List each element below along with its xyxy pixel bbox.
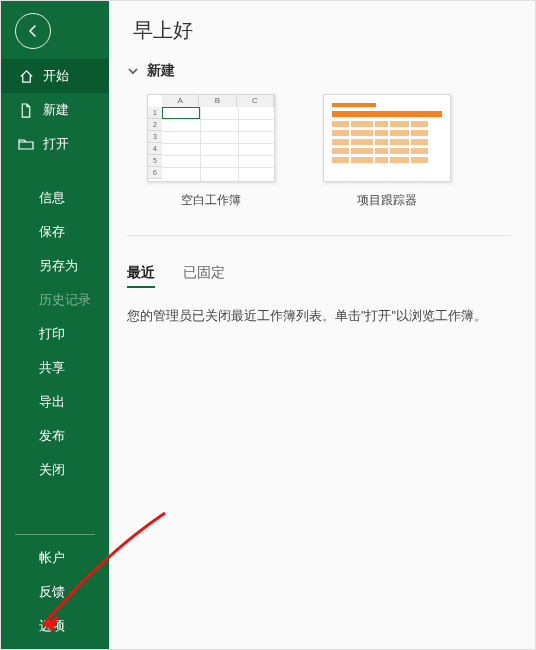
tab-pinned[interactable]: 已固定: [183, 264, 225, 288]
sidebar-item-history: 历史记录: [1, 283, 109, 317]
sidebar-item-label: 打开: [43, 135, 69, 153]
sidebar-item-print[interactable]: 打印: [1, 317, 109, 351]
sidebar-item-feedback[interactable]: 反馈: [1, 575, 109, 609]
file-icon: [17, 103, 35, 118]
sidebar-item-options[interactable]: 选项: [1, 609, 109, 643]
sidebar-item-close[interactable]: 关闭: [1, 453, 109, 487]
template-blank-workbook[interactable]: ABC 123456 空白工作簿: [147, 94, 275, 209]
sidebar-item-label: 反馈: [39, 583, 65, 601]
sidebar-item-label: 共享: [39, 359, 65, 377]
back-button[interactable]: [15, 13, 51, 49]
back-arrow-icon: [25, 23, 41, 39]
sidebar-divider: [15, 534, 95, 535]
template-label: 项目跟踪器: [357, 192, 417, 209]
recent-disabled-message: 您的管理员已关闭最近工作簿列表。单击"打开"以浏览工作簿。: [127, 308, 511, 325]
sidebar-item-export[interactable]: 导出: [1, 385, 109, 419]
sidebar-item-label: 选项: [39, 617, 65, 635]
template-thumbnail: [323, 94, 451, 182]
template-label: 空白工作簿: [181, 192, 241, 209]
templates-list: ABC 123456 空白工作簿: [127, 94, 511, 236]
sidebar-item-new[interactable]: 新建: [1, 93, 109, 127]
sidebar-item-label: 信息: [39, 189, 65, 207]
sidebar-item-label: 历史记录: [39, 291, 91, 309]
backstage-sidebar: 开始 新建 打开 信息 保存 另存为 历史记录 打印 共享 导出 发布 关闭: [1, 1, 109, 649]
template-thumbnail: ABC 123456: [147, 94, 275, 182]
sidebar-item-label: 发布: [39, 427, 65, 445]
sidebar-item-open[interactable]: 打开: [1, 127, 109, 161]
new-section-header[interactable]: 新建: [127, 62, 511, 80]
sidebar-item-publish[interactable]: 发布: [1, 419, 109, 453]
chevron-down-icon: [127, 65, 139, 77]
section-label: 新建: [147, 62, 175, 80]
sidebar-item-save[interactable]: 保存: [1, 215, 109, 249]
sidebar-item-label: 关闭: [39, 461, 65, 479]
sidebar-item-share[interactable]: 共享: [1, 351, 109, 385]
sidebar-item-saveas[interactable]: 另存为: [1, 249, 109, 283]
sidebar-item-label: 帐户: [39, 549, 65, 567]
page-title: 早上好: [133, 17, 511, 44]
sidebar-item-label: 新建: [43, 101, 69, 119]
home-icon: [17, 69, 35, 84]
template-project-tracker[interactable]: 项目跟踪器: [323, 94, 451, 209]
sidebar-item-label: 保存: [39, 223, 65, 241]
sidebar-item-account[interactable]: 帐户: [1, 541, 109, 575]
recent-tabs: 最近 已固定: [127, 264, 511, 288]
sidebar-item-label: 导出: [39, 393, 65, 411]
sidebar-item-label: 打印: [39, 325, 65, 343]
folder-icon: [17, 137, 35, 151]
sidebar-item-home[interactable]: 开始: [1, 59, 109, 93]
sidebar-item-label: 开始: [43, 67, 69, 85]
tab-recent[interactable]: 最近: [127, 264, 155, 288]
sidebar-item-info[interactable]: 信息: [1, 181, 109, 215]
main-content: 早上好 新建 ABC 123456: [109, 1, 535, 649]
sidebar-item-label: 另存为: [39, 257, 78, 275]
